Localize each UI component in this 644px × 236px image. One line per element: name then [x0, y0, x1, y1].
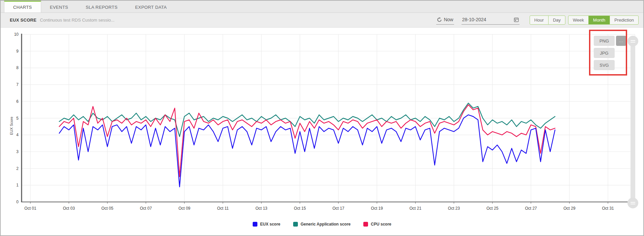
x-tick-label: Oct 23 — [448, 206, 460, 211]
range-button-hour[interactable]: Hour — [530, 16, 549, 24]
legend-item-generic-application-score[interactable]: Generic Application score — [293, 222, 351, 227]
legend-label-eux: EUX score — [260, 222, 280, 227]
y-tick-label: 6 — [16, 99, 19, 104]
tab-charts-label: CHARTS — [13, 5, 32, 10]
legend-label-cpu: CPU score — [371, 222, 391, 227]
chart-canvas: 012345678910Oct 01Oct 03Oct 05Oct 07Oct … — [1, 28, 643, 235]
tab-export-data-label: EXPORT DATA — [135, 5, 167, 10]
title-group: EUX SCORE Continuous test RDS Custom ses… — [10, 18, 114, 23]
range-button-month[interactable]: Month — [589, 16, 610, 24]
x-tick-label: Oct 21 — [410, 206, 422, 211]
page-title: EUX SCORE — [10, 18, 36, 23]
now-label: Now — [444, 17, 453, 22]
tab-charts[interactable]: CHARTS — [4, 1, 41, 12]
export-more-button[interactable]: ... — [616, 36, 626, 46]
legend-swatch-cpu — [363, 222, 368, 227]
x-tick-label: Oct 19 — [371, 206, 383, 211]
y-tick-label: 3 — [16, 149, 19, 154]
range-group-short: Hour Day — [530, 16, 565, 25]
refresh-icon — [437, 17, 442, 22]
tab-events-label: EVENTS — [50, 5, 68, 10]
chart-toolbar: EUX SCORE Continuous test RDS Custom ses… — [1, 13, 643, 28]
tab-export-data[interactable]: EXPORT DATA — [127, 1, 176, 12]
range-group-long: Week Month Prediction — [568, 16, 639, 25]
date-value: 28-10-2024 — [462, 17, 486, 22]
y-axis-title: EUX Score — [9, 112, 13, 139]
legend-label-generic-app: Generic Application score — [301, 222, 351, 227]
calendar-icon[interactable] — [514, 17, 519, 22]
y-tick-label: 0 — [16, 200, 19, 204]
export-png-button[interactable]: PNG — [594, 36, 615, 46]
y-zoom-slider-track[interactable] — [631, 41, 635, 204]
tab-sla-reports[interactable]: SLA REPORTS — [77, 1, 126, 12]
y-tick-label: 2 — [16, 166, 19, 171]
y-tick-label: 4 — [16, 132, 19, 137]
range-button-week[interactable]: Week — [568, 16, 589, 24]
date-picker-input[interactable]: 28-10-2024 — [461, 16, 520, 25]
eux-score-line-chart: 012345678910Oct 01Oct 03Oct 05Oct 07Oct … — [1, 28, 643, 235]
y-zoom-slider-handle-bottom[interactable] — [627, 198, 638, 208]
x-tick-label: Oct 07 — [140, 206, 152, 211]
refresh-now-button[interactable]: Now — [436, 16, 454, 25]
y-tick-label: 1 — [16, 183, 19, 187]
tick-labels: 012345678910Oct 01Oct 03Oct 05Oct 07Oct … — [14, 32, 614, 211]
x-tick-label: Oct 27 — [525, 206, 537, 211]
time-range-selector: Hour Day Week Month Prediction — [530, 16, 639, 25]
page-subtitle: Continuous test RDS Custom sessio... — [40, 18, 114, 23]
chart-legend: EUX score Generic Application score CPU … — [1, 222, 643, 227]
x-tick-label: Oct 13 — [255, 206, 268, 211]
x-tick-label: Oct 03 — [63, 206, 75, 211]
tab-sla-reports-label: SLA REPORTS — [86, 5, 117, 10]
tab-events[interactable]: EVENTS — [41, 1, 77, 12]
x-tick-label: Oct 17 — [332, 206, 344, 211]
range-button-day[interactable]: Day — [549, 16, 565, 24]
x-tick-label: Oct 25 — [486, 206, 499, 211]
y-tick-label: 10 — [14, 32, 19, 37]
x-tick-label: Oct 09 — [178, 206, 191, 211]
y-tick-label: 5 — [16, 116, 19, 121]
x-tick-label: Oct 01 — [24, 206, 36, 211]
x-tick-label: Oct 15 — [294, 206, 306, 211]
y-zoom-slider-handle-top[interactable] — [627, 36, 638, 47]
y-tick-label: 7 — [16, 82, 19, 87]
monitoring-dashboard: CHARTS EVENTS SLA REPORTS EXPORT DATA EU… — [0, 0, 644, 236]
legend-item-eux-score[interactable]: EUX score — [253, 222, 280, 227]
y-tick-label: 8 — [16, 65, 19, 70]
export-jpg-button[interactable]: JPG — [594, 48, 615, 58]
range-button-prediction[interactable]: Prediction — [610, 16, 638, 24]
legend-swatch-eux — [253, 222, 257, 227]
x-tick-label: Oct 29 — [563, 206, 576, 211]
export-svg-button[interactable]: SVG — [594, 60, 615, 70]
legend-swatch-generic-app — [293, 222, 298, 227]
y-tick-label: 9 — [16, 49, 19, 54]
tab-bar: CHARTS EVENTS SLA REPORTS EXPORT DATA — [1, 1, 643, 13]
x-tick-label: Oct 05 — [102, 206, 114, 211]
legend-item-cpu-score[interactable]: CPU score — [363, 222, 391, 227]
x-tick-label: Oct 31 — [602, 206, 614, 211]
x-tick-label: Oct 11 — [217, 206, 229, 211]
